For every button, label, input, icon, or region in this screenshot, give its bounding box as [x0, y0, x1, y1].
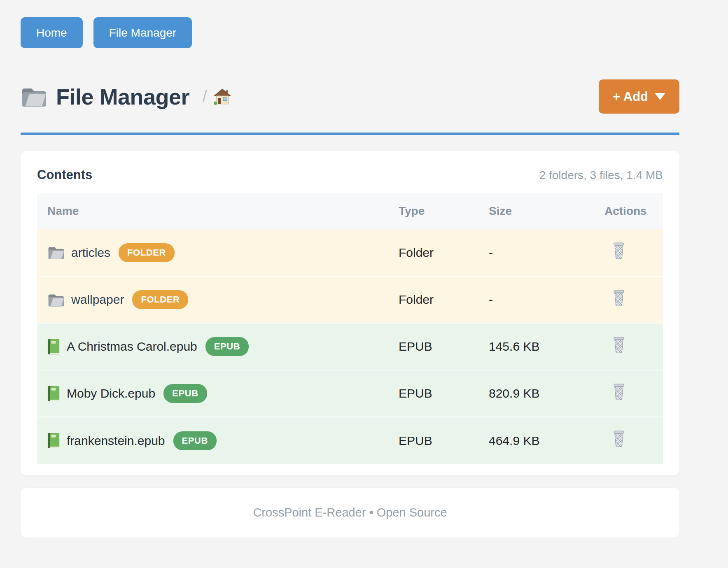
add-button-label: + Add [613, 89, 648, 104]
entry-name[interactable]: articles [71, 246, 110, 260]
entry-size: 145.6 KB [489, 323, 604, 370]
entry-name[interactable]: A Christmas Carol.epub [67, 340, 197, 354]
contents-card: Contents 2 folders, 3 files, 1.4 MB Name… [21, 151, 679, 475]
entry-size: 820.9 KB [489, 370, 604, 417]
folder-icon [47, 293, 65, 307]
card-title: Contents [37, 168, 92, 182]
trash-icon [612, 290, 626, 308]
book-icon [47, 339, 60, 355]
entry-type-badge: EPUB [163, 384, 207, 403]
table-row: A Christmas Carol.epub EPUB EPUB 145.6 K… [37, 323, 663, 370]
delete-button[interactable] [612, 242, 626, 261]
table-row: Moby Dick.epub EPUB EPUB 820.9 KB [37, 370, 663, 417]
folder-icon [21, 85, 47, 108]
trash-icon [612, 242, 626, 261]
files-table: Name Type Size Actions [37, 193, 663, 464]
contents-summary: 2 folders, 3 files, 1.4 MB [539, 169, 663, 182]
table-row: articles FOLDER Folder - [37, 229, 663, 276]
entry-type: EPUB [399, 323, 489, 370]
table-header-row: Name Type Size Actions [37, 193, 663, 229]
caret-down-icon [655, 93, 665, 100]
entry-size: - [489, 276, 604, 323]
folder-icon [47, 245, 65, 260]
table-row: wallpaper FOLDER Folder - [37, 276, 663, 323]
book-icon [47, 386, 60, 402]
delete-button[interactable] [612, 290, 626, 308]
column-header-actions: Actions [604, 193, 663, 229]
entry-type-badge: EPUB [205, 337, 249, 356]
entry-size: 464.9 KB [489, 417, 604, 464]
breadcrumb-separator: / [203, 88, 207, 105]
file-manager-nav-button[interactable]: File Manager [93, 17, 192, 48]
trash-icon [612, 384, 626, 402]
house-icon[interactable] [214, 88, 231, 105]
table-row: frankenstein.epub EPUB EPUB 464.9 KB [37, 417, 663, 464]
entry-type: Folder [399, 229, 489, 276]
page-header: File Manager / + Add [21, 79, 679, 114]
page-title: File Manager [56, 84, 189, 109]
entry-type-badge: EPUB [173, 431, 217, 450]
entry-name[interactable]: frankenstein.epub [67, 434, 165, 448]
entry-type-badge: FOLDER [132, 290, 188, 309]
book-icon [47, 433, 60, 449]
table-body: articles FOLDER Folder - [37, 229, 663, 464]
entry-name[interactable]: Moby Dick.epub [67, 386, 155, 400]
entry-type-badge: FOLDER [119, 243, 175, 262]
column-header-size: Size [489, 193, 604, 229]
entry-type: EPUB [399, 417, 489, 464]
entry-name[interactable]: wallpaper [71, 293, 124, 307]
column-header-type: Type [399, 193, 489, 229]
footer: CrossPoint E-Reader • Open Source [21, 488, 679, 538]
title-divider [21, 133, 679, 135]
entry-type: Folder [399, 276, 489, 323]
delete-button[interactable] [612, 337, 626, 355]
entry-type: EPUB [399, 370, 489, 417]
page: Home File Manager File Manager / [21, 0, 679, 538]
footer-text: CrossPoint E-Reader • Open Source [253, 506, 447, 519]
home-nav-button[interactable]: Home [21, 17, 83, 48]
trash-icon [612, 431, 626, 449]
trash-icon [612, 337, 626, 355]
top-nav: Home File Manager [21, 17, 679, 48]
column-header-name: Name [37, 193, 399, 229]
entry-size: - [489, 229, 604, 276]
delete-button[interactable] [612, 384, 626, 402]
add-button[interactable]: + Add [599, 79, 679, 114]
delete-button[interactable] [612, 431, 626, 449]
